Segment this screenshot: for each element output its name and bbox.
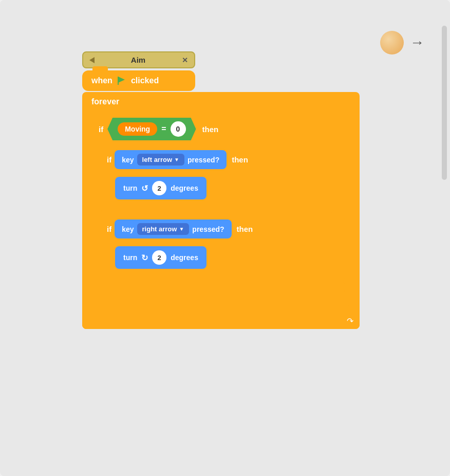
turn-label-left: turn [123,184,137,192]
if-moving-footer [92,299,349,308]
main-canvas: → Aim ✕ when clicked forever [0,0,450,476]
pressed-label-right: pressed? [192,225,224,233]
if-left-body: turn ↺ 2 degrees [109,173,334,204]
then-label-left: then [232,155,248,164]
value-zero[interactable]: 0 [171,121,186,137]
if-right-block: if key right arrow ▼ pressed? then [101,216,345,292]
when-label: when [91,76,113,85]
right-arrow-dropdown[interactable]: right arrow ▼ [137,223,190,235]
if-left-block: if key left arrow ▼ pressed? then [101,147,334,213]
title-text: Aim [99,56,178,64]
left-arrow-label: left arrow [142,156,173,163]
scrollbar[interactable] [442,26,447,180]
right-arrow-label: right arrow [142,225,177,233]
if-right-body: turn ↻ 2 degrees [109,242,345,273]
if-left-header: if key left arrow ▼ pressed? then [101,147,334,173]
if-moving-block: if Moving = 0 then if [92,114,349,308]
if-right-footer [101,274,345,281]
then-label-right: then [237,225,253,233]
dropdown-arrow-right: ▼ [179,226,184,232]
left-arrow-dropdown[interactable]: left arrow ▼ [137,154,184,166]
if-right-header: if key right arrow ▼ pressed? then [101,216,345,242]
degrees-label-right: degrees [171,253,198,262]
left-key-pressed[interactable]: key left arrow ▼ pressed? [115,150,227,169]
when-clicked-block[interactable]: when clicked [82,70,195,91]
forever-label: forever [82,92,360,112]
block-workspace: Aim ✕ when clicked forever if [82,51,360,329]
svg-rect-1 [118,77,119,85]
if-label-moving: if [99,125,103,134]
turn-right-block[interactable]: turn ↻ 2 degrees [115,246,207,269]
degrees-value-left[interactable]: 2 [152,181,166,195]
svg-marker-0 [118,77,125,83]
if-label-right: if [107,225,111,233]
if-moving-body: if key left arrow ▼ pressed? then [101,144,349,298]
key-label-left: key [122,156,134,164]
dropdown-arrow-left: ▼ [174,157,179,162]
if-label-left: if [107,155,111,164]
close-button[interactable]: ✕ [182,56,188,64]
forever-body: if Moving = 0 then if [92,112,360,313]
moving-variable[interactable]: Moving [118,122,157,136]
turn-label-right: turn [123,253,137,262]
right-key-pressed[interactable]: key right arrow ▼ pressed? [115,219,231,239]
moving-condition[interactable]: Moving = 0 [107,118,196,140]
clicked-label: clicked [131,76,159,85]
equals-sign: = [161,124,166,134]
turn-counterclockwise-icon: ↺ [141,184,148,193]
forever-footer: ↷ [82,313,360,329]
degrees-label-left: degrees [171,184,198,192]
forever-block: forever if Moving = 0 then [82,92,360,329]
collapse-icon[interactable] [89,57,95,63]
degrees-value-right[interactable]: 2 [152,250,166,265]
turn-left-block[interactable]: turn ↺ 2 degrees [115,177,207,199]
then-label-moving: then [202,125,219,134]
if-right-closing [101,282,345,292]
sprite-arrow-icon: → [410,34,424,51]
green-flag-icon [117,76,127,86]
if-moving-header: if Moving = 0 then [92,114,349,144]
pressed-label-left: pressed? [188,156,219,164]
if-left-footer [101,205,334,213]
forever-footer-icon: ↷ [347,316,353,326]
sprite-ball [380,31,404,54]
turn-clockwise-icon: ↻ [141,253,148,263]
key-label-right: key [122,225,134,233]
sprite-preview: → [380,31,424,54]
